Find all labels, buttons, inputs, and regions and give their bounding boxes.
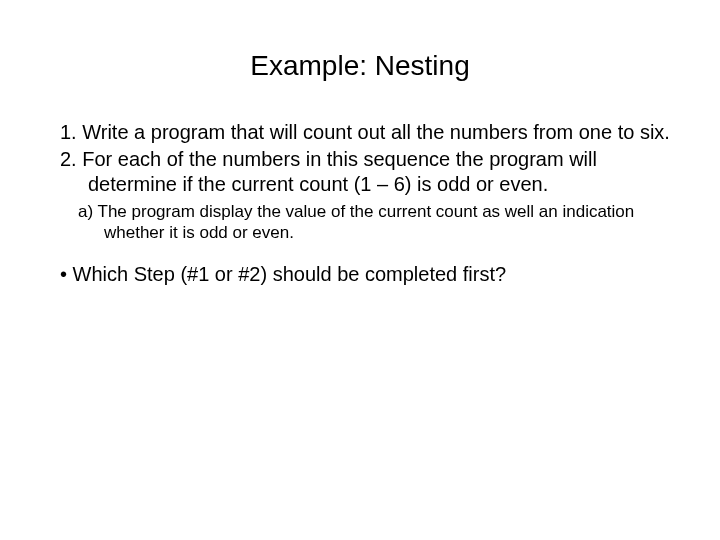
list-item-1: 1. Write a program that will count out a…: [60, 120, 670, 145]
list-item-2: 2. For each of the numbers in this seque…: [60, 147, 670, 197]
slide-title: Example: Nesting: [50, 50, 670, 82]
bullet-item: Which Step (#1 or #2) should be complete…: [60, 262, 670, 287]
sub-list-item-a: a) The program display the value of the …: [78, 201, 670, 244]
numbered-list: 1. Write a program that will count out a…: [50, 120, 670, 197]
bullet-list: Which Step (#1 or #2) should be complete…: [50, 262, 670, 287]
sub-list: a) The program display the value of the …: [50, 201, 670, 244]
